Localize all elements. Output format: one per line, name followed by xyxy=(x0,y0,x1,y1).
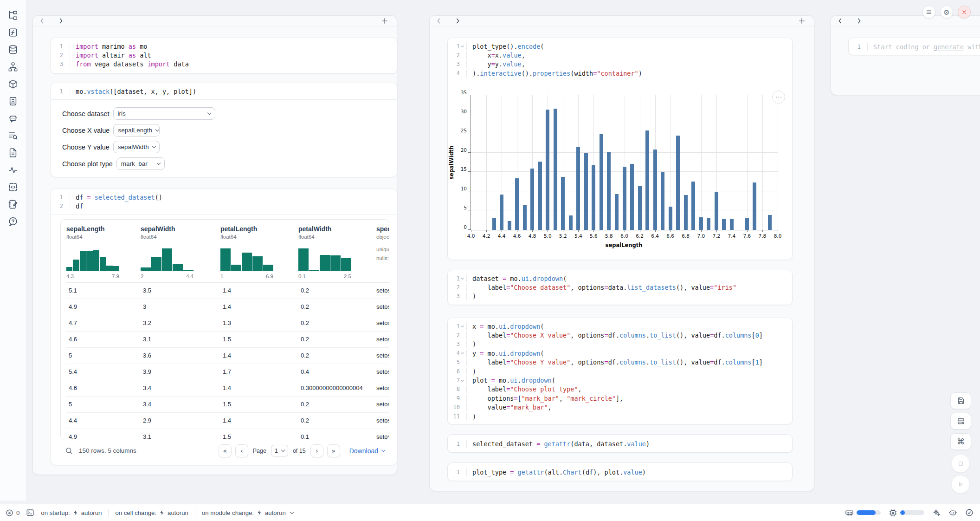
column-left-icon[interactable] xyxy=(435,17,443,25)
prev-page-button[interactable]: ‹ xyxy=(235,444,248,457)
code-editor[interactable]: 1plot_type().encode(2 x=x.value,3 y=y.va… xyxy=(448,38,792,82)
cpu-usage[interactable] xyxy=(889,508,924,517)
table-row[interactable]: 53.61.40.2setosa xyxy=(66,348,389,364)
bar xyxy=(699,217,703,230)
generate-link[interactable]: generate xyxy=(934,43,964,51)
table-column-header[interactable]: petalWidthfloat640.12.5 xyxy=(298,225,376,282)
last-page-button[interactable]: » xyxy=(327,444,340,457)
package-icon[interactable] xyxy=(8,79,18,89)
column-2-header xyxy=(430,16,814,26)
code-line: 9 options=["mark_bar", "mark_circle"], xyxy=(448,394,792,403)
y-tick-label: 5 xyxy=(464,205,467,210)
bar xyxy=(638,186,642,230)
table-cell: 1.4 xyxy=(220,303,298,310)
dropdown-select[interactable]: sepalWidth xyxy=(113,141,160,153)
table-row[interactable]: 4.63.41.40.30000000000000004setosa xyxy=(66,380,389,397)
table-row[interactable]: 5.43.91.70.4setosa xyxy=(66,364,389,380)
document-icon[interactable] xyxy=(8,148,18,158)
sparkles-icon[interactable] xyxy=(932,508,941,517)
table-cell: setosa xyxy=(376,401,389,408)
table-row[interactable]: 5.13.51.40.2setosa xyxy=(66,283,389,299)
file-tree-icon[interactable] xyxy=(8,10,18,20)
code-editor[interactable]: 1 Start coding or generate with xyxy=(849,38,980,55)
next-page-button[interactable]: › xyxy=(310,444,323,457)
scroll-text-icon[interactable] xyxy=(8,96,18,106)
table-cell: 1.5 xyxy=(220,433,298,440)
dropdown-select[interactable]: iris xyxy=(113,107,215,120)
fold-chevron-icon[interactable] xyxy=(460,380,464,381)
table-row[interactable]: 4.73.21.30.2setosa xyxy=(66,315,389,332)
x-tick-label: 7.4 xyxy=(728,233,735,239)
code-editor[interactable]: 1selected_dataset = getattr(data, datase… xyxy=(448,435,792,453)
notebook-pen-icon[interactable] xyxy=(8,199,18,209)
table-column-header[interactable]: sepalWidthfloat6424.4 xyxy=(141,225,220,282)
ram-usage[interactable] xyxy=(845,508,881,517)
table-column-header[interactable]: speciesobjectuniquenulls: xyxy=(376,225,389,282)
table-column-header[interactable]: petalLengthfloat6416.9 xyxy=(220,225,298,282)
code-editor[interactable]: 1mo.vstack([dataset, x, y, plot]) xyxy=(51,83,397,99)
help-circle-icon[interactable] xyxy=(8,216,18,227)
column-right-icon[interactable] xyxy=(855,17,863,25)
copilot-icon[interactable] xyxy=(948,508,957,517)
line-number: 3 xyxy=(448,293,460,300)
table-cell: 0.2 xyxy=(298,319,376,326)
table-row[interactable]: 4.63.11.50.2setosa xyxy=(66,332,389,348)
code-editor[interactable]: 1x = mo.ui.dropdown(2 label="Choose X va… xyxy=(448,318,792,424)
empty-cell-placeholder[interactable]: Start coding or generate with xyxy=(867,43,980,51)
code-editor[interactable]: 1df = selected_dataset()2df xyxy=(51,189,397,215)
dropdown-select[interactable]: mark_bar xyxy=(116,157,165,170)
shutdown-button[interactable] xyxy=(958,6,971,19)
save-button[interactable] xyxy=(950,392,971,409)
table-row[interactable]: 4.931.40.2setosa xyxy=(66,299,389,315)
table-row[interactable]: 4.93.11.50.1setosa xyxy=(66,429,389,440)
column-left-icon[interactable] xyxy=(39,17,46,25)
column-left-icon[interactable] xyxy=(837,17,844,25)
column-right-icon[interactable] xyxy=(57,17,64,25)
stop-button[interactable] xyxy=(951,454,970,473)
menu-button[interactable] xyxy=(922,6,935,19)
on-module-change-setting[interactable]: on module change: autorun xyxy=(202,509,293,516)
fold-chevron-icon[interactable] xyxy=(460,46,464,47)
page-total-label: of 15 xyxy=(293,448,306,454)
code-line: 1dataset = mo.ui.dropdown( xyxy=(448,274,792,283)
add-cell-icon[interactable] xyxy=(798,17,806,25)
fold-chevron-icon[interactable] xyxy=(460,352,464,354)
fold-chevron-icon[interactable] xyxy=(460,278,464,279)
list-search-icon[interactable] xyxy=(8,130,18,141)
connection-status-icon[interactable] xyxy=(965,508,974,517)
function-square-icon[interactable] xyxy=(8,27,18,38)
on-cell-change-setting[interactable]: on cell change: autorun xyxy=(115,509,188,516)
chat-bot-icon[interactable] xyxy=(8,113,18,124)
add-cell-icon[interactable] xyxy=(381,17,388,25)
table-row[interactable]: 53.41.50.2setosa xyxy=(66,397,389,413)
keyboard-shortcuts-button[interactable]: ⌘ xyxy=(950,433,971,450)
table-cell: 3.4 xyxy=(141,401,220,408)
activity-icon[interactable] xyxy=(8,165,18,175)
download-button[interactable]: Download xyxy=(349,447,385,455)
dropdown-select[interactable]: sepalLength xyxy=(113,124,160,137)
database-icon[interactable] xyxy=(8,45,18,55)
run-button[interactable] xyxy=(951,475,970,494)
on-startup-setting[interactable]: on startup: autorun xyxy=(41,509,102,516)
code-editor[interactable]: 1import marimo as mo2import altair as al… xyxy=(51,38,397,72)
chart-actions-icon[interactable]: ⋯ xyxy=(772,91,785,104)
table-header-row: sepalLengthfloat644.37.9sepalWidthfloat6… xyxy=(66,220,389,283)
bar-chart[interactable]: 4.04.24.44.64.85.05.25.45.65.86.06.26.46… xyxy=(471,95,778,230)
code-editor[interactable]: 1dataset = mo.ui.dropdown(2 label="Choos… xyxy=(448,270,792,305)
page-select[interactable]: 1 xyxy=(271,445,288,456)
error-count-group[interactable]: 0 xyxy=(6,509,19,517)
first-page-button[interactable]: « xyxy=(219,444,232,457)
column-right-icon[interactable] xyxy=(454,17,461,25)
table-column-header[interactable]: sepalLengthfloat644.37.9 xyxy=(66,225,141,282)
settings-button[interactable]: ⚙ xyxy=(940,6,953,19)
fold-chevron-icon[interactable] xyxy=(460,326,464,327)
code-block-icon[interactable] xyxy=(8,182,18,192)
sitemap-icon[interactable] xyxy=(8,62,18,72)
search-icon[interactable] xyxy=(65,447,73,455)
terminal-icon[interactable] xyxy=(26,508,34,517)
code-editor[interactable]: 1plot_type = getattr(alt.Chart(df), plot… xyxy=(448,463,792,481)
table-row[interactable]: 4.42.91.40.2setosa xyxy=(66,413,389,429)
layout-button[interactable] xyxy=(950,413,971,430)
close-icon xyxy=(961,9,967,15)
cpu-icon xyxy=(889,508,897,517)
